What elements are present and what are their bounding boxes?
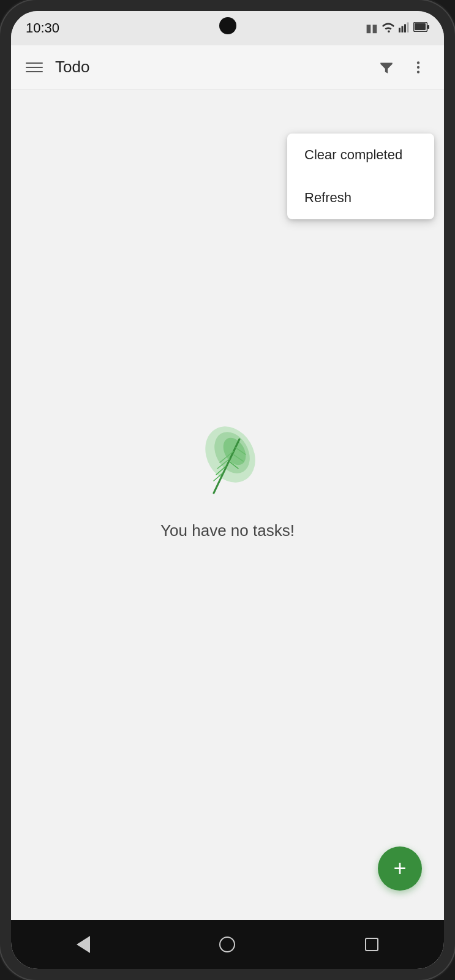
svg-point-8 [417,66,419,68]
svg-rect-0 [399,28,400,33]
svg-point-9 [417,70,419,73]
back-button[interactable] [65,926,102,963]
hamburger-icon[interactable] [23,56,45,78]
back-icon [77,936,90,953]
battery-icon [413,22,429,34]
home-button[interactable] [209,926,246,963]
app-title: Todo [55,58,373,77]
wifi-icon [382,21,395,35]
status-icons: ▮▮ [366,21,429,35]
sim-icon: ▮▮ [366,21,378,35]
svg-rect-3 [407,23,409,33]
empty-state-text: You have no tasks! [160,521,295,540]
nav-bar [11,920,444,969]
recents-icon [365,938,378,951]
status-time: 10:30 [26,20,59,36]
recents-button[interactable] [353,926,390,963]
svg-rect-2 [404,24,406,33]
main-content: Clear completed Refresh [11,89,444,920]
dropdown-menu: Clear completed Refresh [287,134,434,219]
home-icon [219,937,235,952]
svg-rect-5 [415,23,426,30]
phone-frame: 10:30 ▮▮ [0,0,455,980]
app-bar-actions [373,54,432,81]
status-bar: 10:30 ▮▮ [11,11,444,45]
feather-icon [184,421,270,507]
filter-icon[interactable] [373,54,400,81]
refresh-item[interactable]: Refresh [287,176,434,219]
camera-notch [219,17,236,34]
app-bar: Todo [11,45,444,89]
empty-state: You have no tasks! [160,421,295,540]
svg-point-7 [417,61,419,64]
more-vertical-icon[interactable] [405,54,432,81]
svg-rect-1 [402,26,404,33]
add-task-button[interactable]: + [378,846,422,891]
signal-icon [399,21,410,35]
svg-rect-6 [427,25,429,29]
phone-screen: 10:30 ▮▮ [11,11,444,969]
clear-completed-item[interactable]: Clear completed [287,134,434,176]
add-icon: + [393,858,406,880]
